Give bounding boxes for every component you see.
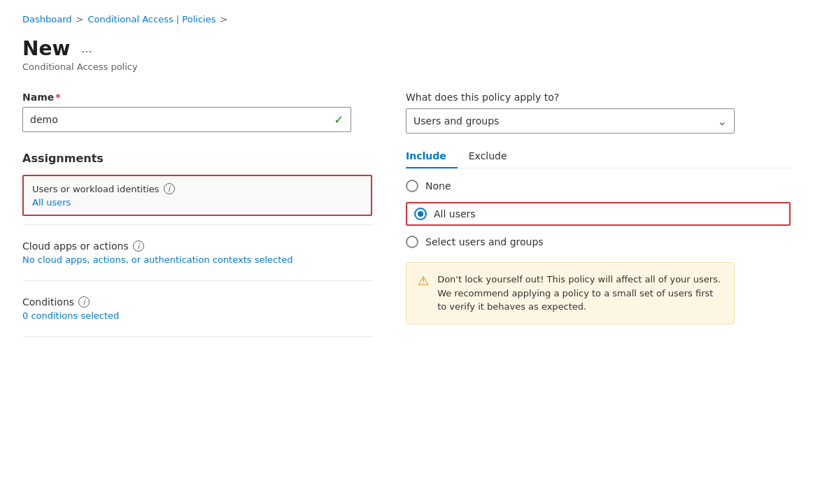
warning-text: Don't lock yourself out! This policy wil… bbox=[437, 273, 723, 314]
include-exclude-tabs: Include Exclude bbox=[406, 145, 791, 168]
users-info-icon[interactable]: i bbox=[164, 183, 175, 194]
conditions-item[interactable]: Conditions i 0 conditions selected bbox=[22, 289, 372, 328]
breadcrumb-dashboard[interactable]: Dashboard bbox=[22, 14, 72, 24]
radio-select-users[interactable]: Select users and groups bbox=[406, 236, 791, 248]
page-subtitle: Conditional Access policy bbox=[22, 62, 791, 72]
cloud-apps-value: No cloud apps, actions, or authenticatio… bbox=[22, 254, 372, 265]
name-input[interactable]: demo ✓ bbox=[22, 107, 351, 132]
cloud-apps-title: Cloud apps or actions i bbox=[22, 240, 372, 252]
breadcrumb-sep-1: > bbox=[76, 14, 84, 24]
warning-icon: ⚠ bbox=[418, 273, 429, 314]
cloud-apps-item[interactable]: Cloud apps or actions i No cloud apps, a… bbox=[22, 233, 372, 272]
conditions-value: 0 conditions selected bbox=[22, 310, 372, 321]
left-panel: Name* demo ✓ Assignments Users or worklo… bbox=[22, 92, 372, 345]
tab-include[interactable]: Include bbox=[406, 145, 458, 168]
users-item-value: All users bbox=[32, 197, 362, 208]
radio-select-users-circle bbox=[406, 236, 418, 248]
right-panel: What does this policy apply to? Users an… bbox=[406, 92, 791, 345]
tab-exclude[interactable]: Exclude bbox=[458, 145, 518, 168]
chevron-down-icon: ⌄ bbox=[718, 115, 727, 128]
conditions-info-icon[interactable]: i bbox=[78, 296, 90, 308]
divider-2 bbox=[22, 280, 372, 281]
required-star: * bbox=[55, 92, 60, 103]
divider-3 bbox=[22, 336, 372, 337]
radio-select-users-label: Select users and groups bbox=[425, 236, 544, 247]
radio-all-users-label: All users bbox=[434, 208, 476, 219]
breadcrumb-policies[interactable]: Conditional Access | Policies bbox=[87, 14, 215, 24]
ellipsis-button[interactable]: ... bbox=[77, 40, 96, 57]
users-item-title: Users or workload identities i bbox=[32, 183, 362, 194]
breadcrumb-sep-2: > bbox=[220, 14, 227, 24]
radio-all-users-circle bbox=[414, 208, 427, 220]
dropdown-value: Users and groups bbox=[413, 115, 499, 127]
warning-box: ⚠ Don't lock yourself out! This policy w… bbox=[406, 262, 735, 324]
conditions-title: Conditions i bbox=[22, 296, 372, 308]
check-icon: ✓ bbox=[334, 113, 344, 127]
policy-applies-dropdown[interactable]: Users and groups ⌄ bbox=[406, 108, 735, 134]
users-assignment-item[interactable]: Users or workload identities i All users bbox=[22, 175, 372, 216]
page-title: New bbox=[22, 37, 70, 60]
divider-1 bbox=[22, 224, 372, 225]
radio-none-label: None bbox=[425, 180, 451, 192]
cloud-apps-info-icon[interactable]: i bbox=[133, 240, 144, 252]
page-header: New ... Conditional Access policy bbox=[22, 37, 791, 72]
radio-none-circle bbox=[406, 180, 418, 192]
radio-none[interactable]: None bbox=[406, 180, 791, 192]
radio-group: None All users Select users and groups bbox=[406, 180, 791, 248]
radio-all-users-box[interactable]: All users bbox=[406, 202, 791, 226]
breadcrumb: Dashboard > Conditional Access | Policie… bbox=[22, 14, 791, 24]
name-label: Name* bbox=[22, 92, 372, 103]
name-value: demo bbox=[30, 114, 58, 125]
assignments-title: Assignments bbox=[22, 152, 372, 165]
policy-applies-label: What does this policy apply to? bbox=[406, 92, 791, 103]
